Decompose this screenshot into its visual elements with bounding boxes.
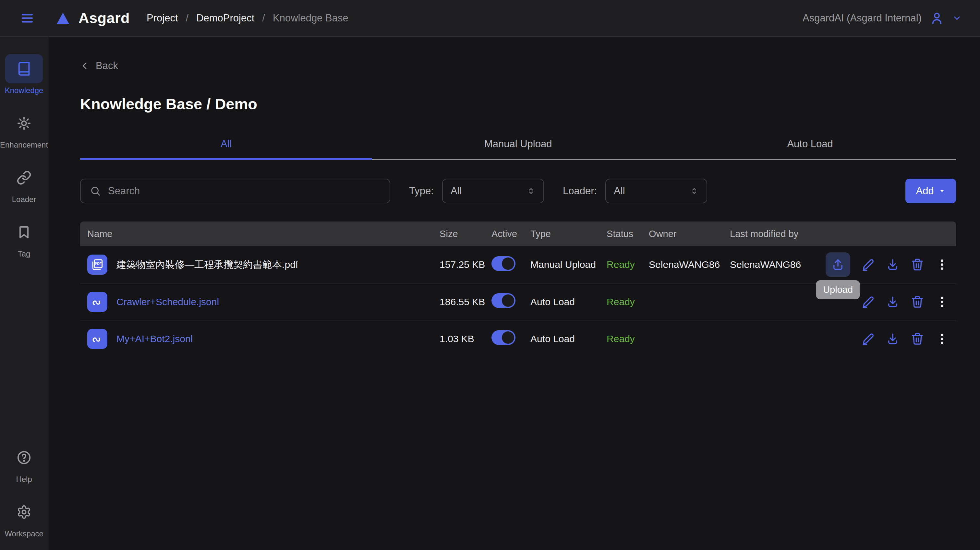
main-content: Back Knowledge Base / Demo All Manual Up… xyxy=(48,37,980,550)
active-toggle[interactable] xyxy=(492,330,515,345)
download-icon xyxy=(886,258,900,272)
hamburger-icon xyxy=(19,11,36,25)
back-label: Back xyxy=(96,60,118,72)
file-type: Manual Upload xyxy=(530,259,607,270)
breadcrumb-demoproject[interactable]: DemoProject xyxy=(196,12,255,24)
user-menu[interactable]: AsgardAI (Asgard Internal) xyxy=(803,11,962,25)
table-row: 建築物室內裝修—工程承攬契約書範本.pdf 157.25 KB Manual U… xyxy=(80,246,956,283)
file-name[interactable]: 建築物室內裝修—工程承攬契約書範本.pdf xyxy=(116,258,298,272)
add-button-label: Add xyxy=(916,185,934,197)
kebab-menu-icon xyxy=(935,295,949,309)
sidebar-item-knowledge[interactable]: Knowledge xyxy=(0,54,48,95)
edit-button[interactable] xyxy=(861,258,875,272)
download-icon xyxy=(886,295,900,309)
hamburger-menu-button[interactable] xyxy=(19,11,36,25)
sidebar-item-enhancement[interactable]: Enhancement xyxy=(0,109,48,149)
link-icon xyxy=(16,170,32,185)
search-box xyxy=(80,179,390,203)
file-size: 157.25 KB xyxy=(439,259,492,270)
edit-button[interactable] xyxy=(861,332,875,346)
breadcrumb-project[interactable]: Project xyxy=(146,12,178,24)
upload-icon xyxy=(831,258,845,272)
sun-icon xyxy=(16,116,32,131)
download-button[interactable] xyxy=(886,332,900,346)
delete-button[interactable] xyxy=(911,332,924,346)
loader-select[interactable]: All xyxy=(605,179,707,203)
page-title: Knowledge Base / Demo xyxy=(80,95,956,113)
file-name[interactable]: Crawler+Schedule.jsonl xyxy=(116,296,219,307)
search-input[interactable] xyxy=(108,185,380,197)
sidebar: Knowledge Enhancement Loader Tag Help xyxy=(0,37,48,550)
type-select[interactable]: All xyxy=(442,179,544,203)
last-modified-by: SelenaWANG86 xyxy=(730,259,826,270)
more-actions-button[interactable] xyxy=(935,295,949,309)
type-filter-label: Type: xyxy=(409,185,434,197)
brand: Asgard xyxy=(54,10,130,27)
bookmark-icon xyxy=(16,225,32,240)
column-header-type: Type xyxy=(530,229,607,239)
help-circle-icon xyxy=(16,450,32,465)
table-header: Name Size Active Type Status Owner Last … xyxy=(80,221,956,246)
sidebar-item-label: Knowledge xyxy=(5,86,43,95)
delete-button[interactable] xyxy=(911,295,924,309)
loader-filter-label: Loader: xyxy=(563,185,597,197)
upload-tooltip: Upload xyxy=(816,280,860,299)
updown-chevrons-icon xyxy=(690,186,699,196)
column-header-size: Size xyxy=(439,229,492,239)
back-button[interactable]: Back xyxy=(80,60,118,72)
upload-button[interactable]: Upload xyxy=(826,252,850,277)
breadcrumb-separator: / xyxy=(186,12,189,24)
sidebar-item-label: Enhancement xyxy=(0,140,48,149)
account-label: AsgardAI (Asgard Internal) xyxy=(803,12,922,24)
tab-all[interactable]: All xyxy=(80,138,372,159)
sidebar-item-label: Help xyxy=(16,475,32,484)
sidebar-item-tag[interactable]: Tag xyxy=(0,218,48,259)
sidebar-item-workspace[interactable]: Workspace xyxy=(0,498,48,538)
tab-auto-load[interactable]: Auto Load xyxy=(664,138,956,159)
jsonl-file-icon xyxy=(87,292,107,312)
filter-bar: Type: All Loader: All Add xyxy=(80,179,956,203)
file-size: 1.03 KB xyxy=(439,333,492,344)
type-select-value: All xyxy=(450,185,461,197)
breadcrumb-knowledge-base: Knowledge Base xyxy=(273,12,348,24)
gear-icon xyxy=(16,505,32,520)
download-button[interactable] xyxy=(886,258,900,272)
more-actions-button[interactable] xyxy=(935,332,949,346)
delete-button[interactable] xyxy=(911,258,924,272)
sidebar-item-label: Tag xyxy=(18,250,30,259)
breadcrumb: Project / DemoProject / Knowledge Base xyxy=(146,12,348,24)
active-toggle[interactable] xyxy=(492,256,515,271)
more-actions-button[interactable] xyxy=(935,258,949,272)
knowledge-table: Name Size Active Type Status Owner Last … xyxy=(80,221,956,357)
top-bar: Asgard Project / DemoProject / Knowledge… xyxy=(0,0,980,37)
app-root: Asgard Project / DemoProject / Knowledge… xyxy=(0,0,980,550)
file-type: Auto Load xyxy=(530,333,607,344)
trash-icon xyxy=(911,295,924,309)
column-header-name: Name xyxy=(87,229,439,239)
file-type: Auto Load xyxy=(530,296,607,307)
loader-select-value: All xyxy=(614,185,625,197)
owner: SelenaWANG86 xyxy=(649,259,730,270)
download-icon xyxy=(886,332,900,346)
table-row: My+AI+Bot2.jsonl 1.03 KB Auto Load Ready xyxy=(80,320,956,357)
download-button[interactable] xyxy=(886,295,900,309)
chevron-down-icon xyxy=(952,13,962,23)
sidebar-item-help[interactable]: Help xyxy=(0,443,48,484)
breadcrumb-separator: / xyxy=(262,12,265,24)
add-button[interactable]: Add xyxy=(905,179,956,203)
edit-button[interactable] xyxy=(861,295,875,309)
book-icon xyxy=(16,61,32,76)
sidebar-item-loader[interactable]: Loader xyxy=(0,163,48,204)
search-icon xyxy=(90,186,101,197)
tab-manual-upload[interactable]: Manual Upload xyxy=(372,138,664,159)
active-toggle[interactable] xyxy=(492,293,515,308)
trash-icon xyxy=(911,258,924,272)
caret-down-icon xyxy=(939,188,946,195)
kebab-menu-icon xyxy=(935,258,949,272)
status-badge: Ready xyxy=(607,333,649,344)
sidebar-item-label: Loader xyxy=(12,195,37,204)
column-header-last-modified-by: Last modified by xyxy=(730,229,826,239)
brand-name: Asgard xyxy=(78,10,130,27)
edit-icon xyxy=(861,332,875,346)
file-name[interactable]: My+AI+Bot2.jsonl xyxy=(116,333,193,344)
